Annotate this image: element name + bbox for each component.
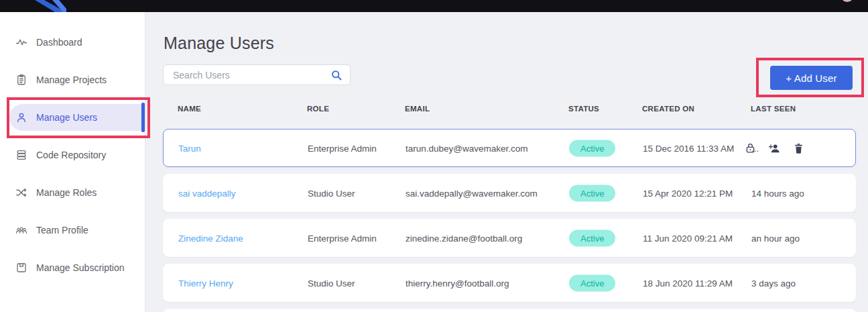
sidebar-item-label: Manage Subscription	[36, 262, 125, 273]
user-last-seen: an hour ago	[751, 233, 800, 243]
column-header-email: EMAIL	[405, 105, 430, 113]
user-email: tarun.dubey@wavemaker.com	[406, 143, 528, 153]
status-badge: Active	[569, 140, 615, 156]
user-last-seen: 3 days ago	[751, 278, 796, 288]
column-header-status: STATUS	[568, 105, 599, 113]
user-role: Studio User	[308, 278, 355, 288]
sidebar-item-label: Manage Projects	[36, 74, 107, 85]
column-header-created-on: CREATED ON	[642, 105, 694, 113]
dashboard-icon	[15, 36, 27, 48]
user-avatar[interactable]	[841, 0, 854, 2]
sidebar-item-manage-users[interactable]: Manage Users	[9, 104, 145, 131]
sidebar: Dashboard Manage Projects Manage Users C…	[0, 12, 145, 312]
search-input[interactable]	[164, 65, 330, 85]
column-header-role: ROLE	[307, 105, 329, 113]
user-created-on: 15 Apr 2020 12:21 PM	[643, 188, 733, 198]
row-actions	[744, 142, 805, 154]
delete-icon[interactable]	[792, 142, 805, 154]
table-row-partial[interactable]	[163, 309, 856, 312]
subscription-icon	[15, 262, 27, 274]
user-name-link[interactable]: Thierry Henry	[178, 278, 233, 288]
sidebar-item-dashboard[interactable]: Dashboard	[9, 29, 145, 56]
status-badge: Active	[569, 229, 615, 246]
table-row[interactable]: Tarun Enterprise Admin tarun.dubey@wavem…	[163, 129, 856, 167]
sidebar-item-label: Code Repository	[36, 150, 106, 160]
sidebar-item-label: Dashboard	[36, 37, 82, 48]
table-row[interactable]: Zinedine Zidane Enterprise Admin zinedin…	[163, 219, 856, 257]
roles-icon	[15, 187, 27, 199]
table-row[interactable]: Thierry Henry Studio User thierry.henry@…	[163, 264, 856, 302]
user-last-seen: 14 hours ago	[751, 188, 804, 198]
user-created-on: 11 Jun 2020 09:21 AM	[643, 233, 733, 243]
sidebar-item-team-profile[interactable]: Team Profile	[9, 217, 145, 244]
sidebar-item-manage-roles[interactable]: Manage Roles	[9, 179, 145, 206]
sidebar-item-manage-projects[interactable]: Manage Projects	[9, 66, 145, 93]
column-header-last-seen: LAST SEEN	[751, 105, 796, 113]
sidebar-nav: Dashboard Manage Projects Manage Users C…	[0, 29, 145, 292]
add-user-icon[interactable]	[768, 142, 781, 154]
repository-icon	[15, 149, 27, 161]
user-name-link[interactable]: sai vaddepally	[178, 188, 236, 198]
user-created-on: 18 Jun 2020 11:29 AM	[643, 278, 733, 288]
user-created-on: 15 Dec 2016 11:33 AM	[643, 143, 734, 153]
table-row[interactable]: sai vaddepally Studio User sai.vaddepall…	[163, 174, 856, 212]
lock-icon[interactable]	[744, 142, 757, 154]
sidebar-item-label: Manage Users	[36, 112, 97, 123]
user-name-link[interactable]: Tarun	[178, 143, 201, 153]
search-icon[interactable]	[330, 68, 343, 82]
team-icon	[15, 224, 27, 236]
user-table: Tarun Enterprise Admin tarun.dubey@wavem…	[163, 129, 856, 312]
wavemaker-logo	[35, 0, 70, 12]
users-icon	[15, 111, 27, 123]
user-email: sai.vaddepally@wavemaker.com	[406, 188, 538, 198]
status-badge: Active	[569, 274, 615, 291]
sidebar-item-code-repository[interactable]: Code Repository	[9, 142, 145, 168]
sidebar-item-label: Team Profile	[36, 225, 88, 236]
status-badge: Active	[569, 185, 615, 201]
user-role: Studio User	[308, 188, 355, 198]
column-header-name: NAME	[178, 105, 201, 113]
sidebar-item-label: Manage Roles	[36, 187, 97, 198]
user-email: thierry.henry@football.org	[406, 278, 509, 288]
user-email: zinedine.zidane@football.org	[406, 233, 522, 243]
add-user-button[interactable]: + Add User	[770, 66, 853, 90]
page-title: Manage Users	[164, 34, 274, 53]
table-header: NAME ROLE EMAIL STATUS CREATED ON LAST S…	[163, 105, 856, 117]
user-role: Enterprise Admin	[308, 233, 377, 243]
search-box	[163, 64, 351, 85]
sidebar-item-manage-subscription[interactable]: Manage Subscription	[9, 254, 145, 281]
user-name-link[interactable]: Zinedine Zidane	[178, 233, 243, 243]
projects-icon	[15, 74, 27, 86]
user-role: Enterprise Admin	[308, 143, 377, 153]
topbar	[0, 0, 868, 12]
